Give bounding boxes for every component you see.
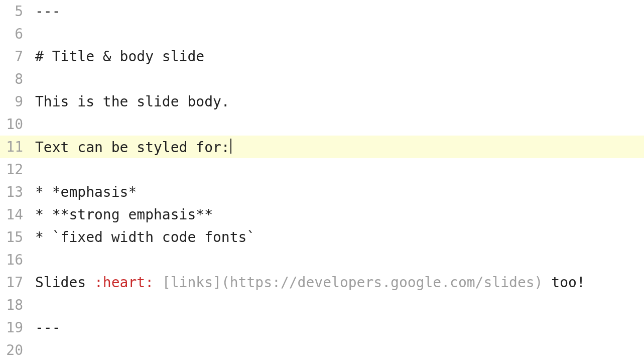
line-number: 20: [0, 342, 35, 358]
code-line[interactable]: 13* *emphasis*: [0, 181, 644, 203]
code-token: * `fixed width code fonts`: [35, 229, 255, 246]
code-line[interactable]: 20: [0, 339, 644, 361]
code-token: ---: [35, 3, 61, 20]
code-token: * *emphasis*: [35, 184, 137, 200]
code-token: ---: [35, 319, 61, 336]
line-number: 14: [0, 206, 35, 223]
code-token: [links](https://developers.google.com/sl…: [162, 274, 543, 291]
line-number: 6: [0, 26, 35, 42]
code-token: # Title & body slide: [35, 48, 204, 65]
code-line[interactable]: 8: [0, 68, 644, 90]
line-number: 16: [0, 252, 35, 268]
line-number: 8: [0, 71, 35, 87]
code-line[interactable]: 9This is the slide body.: [0, 90, 644, 113]
code-content[interactable]: Slides :heart: [links](https://developer…: [35, 274, 644, 291]
line-number: 12: [0, 161, 35, 178]
code-token: This is the slide body.: [35, 93, 230, 110]
code-content[interactable]: ---: [35, 3, 644, 20]
code-line[interactable]: 17Slides :heart: [links](https://develop…: [0, 271, 644, 294]
code-line[interactable]: 6: [0, 23, 644, 45]
code-content[interactable]: Text can be styled for:: [35, 139, 644, 156]
code-line[interactable]: 16: [0, 249, 644, 271]
line-number: 11: [0, 139, 35, 155]
code-token: Slides: [35, 274, 94, 291]
code-line[interactable]: 7# Title & body slide: [0, 45, 644, 68]
line-number: 15: [0, 229, 35, 246]
line-number: 5: [0, 3, 35, 20]
code-token: :heart:: [94, 274, 154, 291]
code-line[interactable]: 11Text can be styled for:: [0, 136, 644, 158]
line-number: 19: [0, 319, 35, 336]
line-number: 17: [0, 274, 35, 291]
line-number: 13: [0, 184, 35, 200]
code-content[interactable]: # Title & body slide: [35, 48, 644, 65]
line-number: 7: [0, 48, 35, 65]
code-editor[interactable]: 5---67# Title & body slide89This is the …: [0, 0, 644, 361]
text-cursor: [230, 139, 231, 154]
line-number: 10: [0, 116, 35, 133]
code-content[interactable]: * *emphasis*: [35, 184, 644, 200]
line-number: 18: [0, 297, 35, 313]
code-line[interactable]: 18: [0, 294, 644, 316]
code-content[interactable]: * **strong emphasis**: [35, 206, 644, 223]
code-token: * **strong emphasis**: [35, 206, 213, 223]
code-token: Text can be styled for:: [35, 139, 230, 155]
code-token: too!: [543, 274, 585, 291]
code-token: [154, 274, 162, 291]
code-line[interactable]: 19---: [0, 316, 644, 339]
code-line[interactable]: 14* **strong emphasis**: [0, 203, 644, 226]
code-content[interactable]: * `fixed width code fonts`: [35, 229, 644, 246]
code-content[interactable]: This is the slide body.: [35, 93, 644, 110]
code-line[interactable]: 10: [0, 113, 644, 136]
code-line[interactable]: 15* `fixed width code fonts`: [0, 226, 644, 249]
line-number: 9: [0, 93, 35, 110]
code-line[interactable]: 5---: [0, 0, 644, 23]
code-content[interactable]: ---: [35, 319, 644, 336]
code-line[interactable]: 12: [0, 158, 644, 181]
